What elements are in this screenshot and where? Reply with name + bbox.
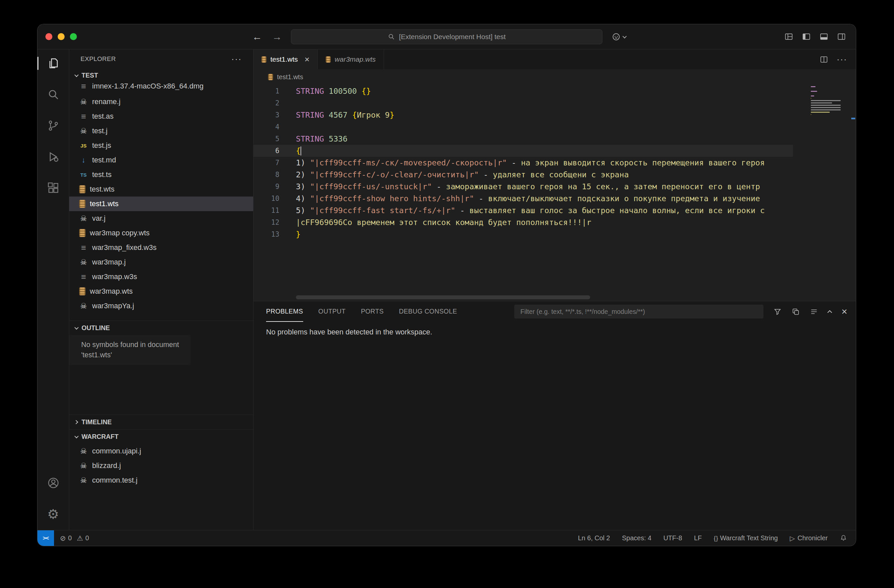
filter-icon[interactable] (773, 308, 782, 316)
minimize-window-button[interactable] (57, 33, 65, 40)
file-row[interactable]: test.js (69, 138, 253, 153)
js-file-icon (79, 141, 88, 150)
view-as-list-icon[interactable] (810, 308, 818, 316)
breadcrumb[interactable]: test1.wts (254, 69, 856, 85)
activity-account[interactable] (38, 474, 69, 491)
panel-tab-problems[interactable]: PROBLEMS (266, 301, 303, 322)
code-editor[interactable]: 1STRING 100500 {}23STRING 4567 {Игрок 9}… (254, 85, 856, 301)
horizontal-scrollbar[interactable] (296, 295, 590, 299)
code-line[interactable]: 1STRING 100500 {} (254, 85, 856, 97)
command-center[interactable]: [Extension Development Host] test (291, 29, 603, 44)
close-icon[interactable]: × (305, 55, 310, 63)
code-text: 3) "|cff99ccff-us/-unstuck|r" - заморажи… (296, 182, 776, 191)
code-line[interactable]: 12|cFF969696Со временем этот список кома… (254, 216, 856, 228)
section-warcraft[interactable]: WARCRAFT (69, 429, 253, 444)
forward-icon[interactable] (272, 32, 282, 42)
activity-extensions[interactable] (38, 179, 69, 197)
indentation[interactable]: Spaces: 4 (622, 534, 651, 542)
customize-layout-icon[interactable] (784, 32, 793, 41)
line-number: 10 (254, 195, 279, 203)
file-row[interactable]: blizzard.j (69, 458, 253, 473)
notifications-bell[interactable] (840, 534, 847, 542)
copy-icon[interactable] (791, 308, 800, 316)
file-row[interactable]: test1.wts (69, 197, 253, 211)
code-line[interactable]: 104) "|cff99ccff-show hero hints/-shh|r"… (254, 193, 856, 204)
list-file-icon (79, 272, 88, 281)
activity-run-debug[interactable] (38, 148, 69, 165)
activity-search[interactable] (38, 86, 69, 103)
code-text: |cFF969696Со временем этот список команд… (296, 218, 776, 227)
activity-explorer[interactable] (38, 55, 69, 72)
minimap[interactable] (811, 86, 850, 115)
file-row[interactable]: rename.j (69, 94, 253, 109)
close-window-button[interactable] (45, 33, 52, 40)
code-line[interactable]: 3STRING 4567 {Игрок 9} (254, 109, 856, 121)
file-row[interactable]: test.ts (69, 168, 253, 182)
code-line[interactable]: 93) "|cff99ccff-us/-unstuck|r" - замораж… (254, 181, 856, 193)
activity-settings[interactable] (38, 505, 69, 523)
file-row[interactable]: imnex-1.37.4-macOS-x86_64.dmg (69, 82, 253, 94)
code-line[interactable]: 4 (254, 121, 856, 133)
code-line[interactable]: 6{ (254, 145, 856, 157)
problems-counter[interactable]: 0 0 (60, 534, 89, 542)
panel-tab-output[interactable]: OUTPUT (319, 301, 346, 322)
eol-sequence[interactable]: LF (694, 534, 702, 542)
file-row[interactable]: war3map copy.wts (69, 226, 253, 240)
remote-indicator[interactable] (38, 530, 54, 546)
panel-tab-ports[interactable]: PORTS (361, 301, 384, 322)
task-indicator[interactable]: Chronicler (790, 534, 828, 542)
chevron-down-icon (623, 34, 627, 38)
code-line[interactable]: 82) "|cff99ccff-c/-o/-clear/-очистить|r"… (254, 169, 856, 181)
search-icon (388, 33, 395, 41)
file-row[interactable]: test.j (69, 124, 253, 138)
window-controls (45, 24, 77, 49)
back-icon[interactable] (252, 32, 262, 42)
wts-file-icon (268, 74, 273, 80)
skull-file-icon (79, 302, 88, 310)
file-row[interactable]: war3map.wts (69, 284, 253, 299)
skull-file-icon (79, 447, 88, 455)
account-menu[interactable] (612, 32, 625, 41)
editor-tab-war3map.wts[interactable]: war3map.wts (318, 49, 384, 69)
toggle-secondary-sidebar-icon[interactable] (837, 32, 846, 41)
split-editor-icon[interactable] (820, 55, 828, 63)
file-row[interactable]: war3mapYa.j (69, 299, 253, 313)
file-row[interactable]: war3map_fixed.w3s (69, 240, 253, 255)
file-row[interactable]: test.as (69, 109, 253, 124)
file-row[interactable]: common.test.j (69, 473, 253, 488)
code-line[interactable]: 5STRING 5336 (254, 133, 856, 145)
zoom-window-button[interactable] (70, 33, 77, 40)
line-number: 7 (254, 159, 279, 167)
toggle-primary-sidebar-icon[interactable] (802, 32, 811, 41)
chevron-down-icon (74, 325, 79, 330)
code-text: { (296, 146, 776, 156)
section-test[interactable]: TEST (69, 69, 253, 82)
wts-file-icon (261, 56, 266, 63)
editor-more-actions-icon[interactable] (837, 54, 847, 65)
editor-tab-test1.wts[interactable]: test1.wts× (254, 49, 318, 69)
section-outline[interactable]: OUTLINE (69, 320, 253, 335)
file-row[interactable]: test.wts (69, 182, 253, 197)
code-line[interactable]: 71) "|cff99ccff-ms/-ск/-movespeed/-скоро… (254, 157, 856, 169)
status-bar: 0 0 Ln 6, Col 2 Spaces: 4 UTF-8 LF Warcr… (38, 530, 856, 546)
language-mode[interactable]: Warcraft Text String (714, 534, 778, 542)
activity-source-control[interactable] (38, 117, 69, 134)
encoding[interactable]: UTF-8 (663, 534, 682, 542)
maximize-panel-icon[interactable] (828, 310, 832, 315)
file-row[interactable]: test.md (69, 153, 253, 168)
file-row[interactable]: war3map.w3s (69, 269, 253, 284)
file-row[interactable]: war3map.j (69, 255, 253, 269)
file-row[interactable]: var.j (69, 211, 253, 226)
panel-tab-debug-console[interactable]: DEBUG CONSOLE (399, 301, 457, 322)
section-timeline[interactable]: TIMELINE (69, 415, 253, 429)
code-line[interactable]: 13} (254, 228, 856, 240)
code-line[interactable]: 115) "|cff99ccff-fast start/-fs/+|r" - в… (254, 204, 856, 216)
code-text: 5) "|cff99ccff-fast start/-fs/+|r" - выс… (296, 206, 776, 215)
toggle-panel-icon[interactable] (820, 32, 828, 41)
code-line[interactable]: 2 (254, 97, 856, 109)
explorer-more-actions-icon[interactable] (231, 54, 242, 64)
file-row[interactable]: common.ujapi.j (69, 444, 253, 458)
problems-filter-input[interactable] (514, 305, 763, 319)
close-panel-icon[interactable] (841, 307, 847, 316)
cursor-position[interactable]: Ln 6, Col 2 (578, 534, 610, 542)
